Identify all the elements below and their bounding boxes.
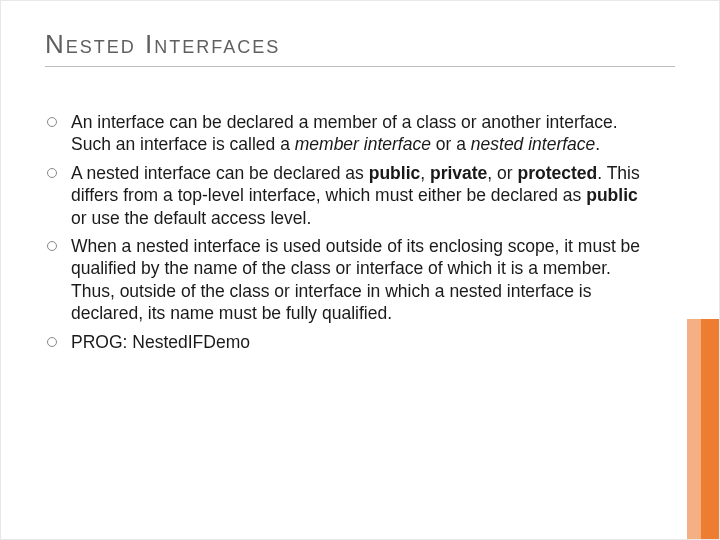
text-run: public [586,185,638,205]
text-run: PROG: NestedIFDemo [71,332,250,352]
text-run: , [420,163,430,183]
slide-title: Nested Interfaces [45,29,675,60]
bullet-item: An interface can be declared a member of… [45,111,647,156]
text-run: nested interface [471,134,596,154]
text-run: protected [518,163,598,183]
text-run: or a [431,134,471,154]
title-underline [45,66,675,67]
accent-bar-inner [701,319,719,539]
bullet-item: A nested interface can be declared as pu… [45,162,647,229]
text-run: or use the default access level. [71,208,311,228]
bullet-item: PROG: NestedIFDemo [45,331,647,353]
content-area: An interface can be declared a member of… [45,111,675,353]
text-run: private [430,163,487,183]
text-run: public [369,163,421,183]
text-run: A nested interface can be declared as [71,163,369,183]
text-run: member interface [295,134,431,154]
bullet-item: When a nested interface is used outside … [45,235,647,325]
text-run: , or [487,163,517,183]
text-run: . [595,134,600,154]
slide: Nested Interfaces An interface can be de… [0,0,720,540]
bullet-list: An interface can be declared a member of… [45,111,647,353]
text-run: When a nested interface is used outside … [71,236,640,323]
